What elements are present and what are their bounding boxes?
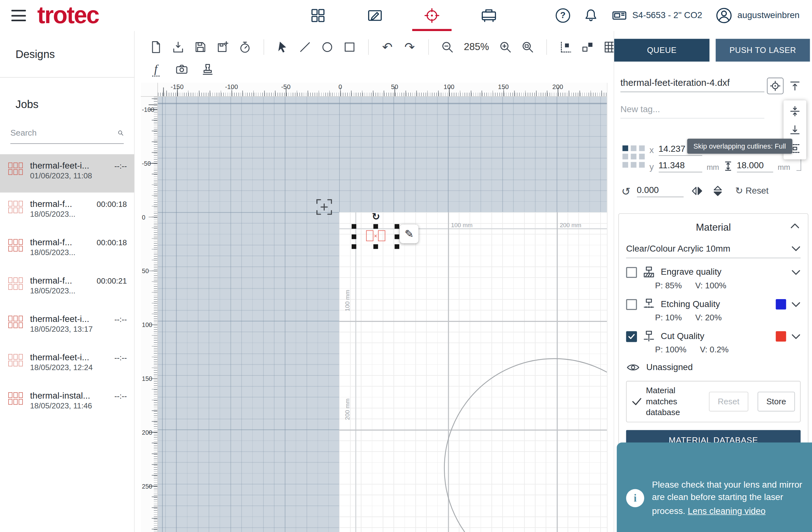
job-thumbnail-icon bbox=[8, 277, 24, 291]
canvas-toolbar-2: f bbox=[148, 60, 215, 78]
nav-dashboard[interactable] bbox=[304, 0, 331, 31]
resize-handle[interactable] bbox=[352, 244, 357, 249]
reset-transform-button[interactable]: ↻ Reset bbox=[735, 186, 769, 196]
position-marker-button[interactable] bbox=[767, 78, 783, 94]
work-plate[interactable]: 100 mm 200 mm 100 mm 200 mm bbox=[339, 212, 607, 532]
snap-grid-button[interactable] bbox=[558, 39, 573, 55]
anchor-cell[interactable] bbox=[639, 162, 644, 168]
select-tool-button[interactable] bbox=[275, 39, 290, 55]
edit-object-button[interactable]: ✎ bbox=[400, 225, 419, 243]
chevron-down-icon[interactable] bbox=[792, 301, 801, 307]
resize-handle[interactable] bbox=[374, 244, 378, 249]
job-row[interactable]: thermal-instal...--:--18/05/2023, 11:46 bbox=[0, 384, 134, 423]
redo-button[interactable]: ↷ bbox=[402, 39, 417, 55]
job-row[interactable]: thermal-feet-i...--:--18/05/2023, 12:24 bbox=[0, 346, 134, 384]
flip-vertical-button[interactable] bbox=[710, 184, 725, 198]
resize-handle[interactable] bbox=[395, 244, 400, 249]
resize-handle[interactable] bbox=[374, 224, 378, 229]
undo-button[interactable]: ↶ bbox=[379, 39, 395, 55]
engrave-checkbox[interactable] bbox=[626, 267, 637, 278]
push-to-laser-button[interactable]: PUSH TO LASER bbox=[715, 39, 810, 61]
search-input[interactable] bbox=[11, 128, 118, 137]
machine-status[interactable]: S4-5653 - 2'' CO2 bbox=[612, 8, 702, 23]
unit-label: mm bbox=[778, 163, 790, 172]
job-row[interactable]: thermal-f...00:00:1818/05/2023... bbox=[0, 193, 134, 231]
align-bottom-button[interactable] bbox=[787, 122, 803, 137]
selected-object[interactable]: × bbox=[354, 226, 397, 247]
grid-toggle-button[interactable] bbox=[603, 39, 614, 55]
anchor-cell[interactable] bbox=[630, 154, 636, 159]
search-icon[interactable] bbox=[118, 127, 124, 139]
zoom-level[interactable]: 285% bbox=[462, 42, 491, 53]
material-store-button[interactable]: Store bbox=[757, 392, 795, 412]
chevron-down-icon[interactable] bbox=[792, 334, 801, 339]
cut-checkbox[interactable] bbox=[626, 331, 637, 342]
nav-produce[interactable] bbox=[475, 0, 502, 31]
line-tool-button[interactable] bbox=[298, 39, 313, 55]
canvas-scrollbar[interactable] bbox=[607, 83, 613, 532]
y-input[interactable] bbox=[658, 160, 702, 172]
zoom-out-button[interactable] bbox=[440, 39, 455, 55]
lens-video-link[interactable]: Lens cleaning video bbox=[688, 505, 765, 518]
anchor-cell[interactable] bbox=[622, 154, 628, 159]
anchor-cell[interactable] bbox=[630, 162, 636, 168]
new-design-button[interactable] bbox=[148, 39, 164, 55]
rotate-handle[interactable]: ↻ bbox=[370, 211, 382, 222]
resize-handle[interactable] bbox=[352, 235, 357, 239]
zoom-selection-button[interactable] bbox=[520, 39, 536, 55]
etching-checkbox[interactable] bbox=[626, 299, 637, 310]
job-row[interactable]: thermal-feet-i...--:--18/05/2023, 13:17 bbox=[0, 307, 134, 346]
design-icon bbox=[367, 8, 383, 23]
camera-button[interactable] bbox=[174, 61, 190, 77]
circle-tool-button[interactable] bbox=[320, 39, 335, 55]
user-menu[interactable]: augustweinbren bbox=[715, 7, 800, 24]
sidebar-item-designs[interactable]: Designs bbox=[0, 31, 134, 78]
canvas-viewport[interactable]: 100 mm 200 mm 100 mm 200 mm ↻ bbox=[158, 97, 607, 532]
stamp-button[interactable] bbox=[200, 61, 215, 77]
save-as-button[interactable] bbox=[215, 39, 231, 55]
material-collapse-button[interactable] bbox=[790, 223, 799, 229]
timer-button[interactable] bbox=[237, 39, 253, 55]
design-circle[interactable] bbox=[339, 212, 607, 532]
anchor-cell[interactable] bbox=[639, 154, 644, 159]
snap-object-button[interactable] bbox=[580, 39, 595, 55]
anchor-cell[interactable] bbox=[639, 145, 644, 151]
save-button[interactable] bbox=[193, 39, 208, 55]
chevron-down-icon[interactable] bbox=[792, 269, 801, 275]
rotation-input[interactable] bbox=[637, 185, 683, 197]
align-menu-button[interactable] bbox=[787, 78, 803, 94]
sidebar-item-jobs[interactable]: Jobs bbox=[16, 98, 134, 110]
job-row[interactable]: thermal-f...00:00:2118/05/2023... bbox=[0, 269, 134, 307]
anchor-cell[interactable] bbox=[630, 145, 636, 151]
menu-button[interactable] bbox=[11, 9, 26, 22]
process-params: P: 100% V: 0.2% bbox=[655, 345, 801, 354]
nav-design[interactable] bbox=[361, 0, 388, 31]
filename-input[interactable] bbox=[621, 78, 765, 92]
queue-button[interactable]: QUEUE bbox=[614, 39, 710, 61]
anchor-cell[interactable] bbox=[622, 162, 628, 168]
nav-prepare[interactable] bbox=[419, 0, 446, 31]
flip-horizontal-button[interactable] bbox=[690, 184, 704, 198]
tag-input[interactable] bbox=[621, 105, 765, 118]
align-middle-button[interactable] bbox=[787, 104, 803, 119]
notifications-button[interactable] bbox=[584, 8, 598, 23]
eye-icon[interactable] bbox=[626, 360, 640, 374]
ruler-number: -50 bbox=[142, 160, 151, 167]
zoom-in-button[interactable] bbox=[498, 39, 513, 55]
selection-box[interactable]: × bbox=[354, 226, 397, 247]
color-swatch[interactable] bbox=[776, 299, 786, 310]
anchor-cell[interactable] bbox=[622, 145, 628, 151]
color-swatch[interactable] bbox=[776, 331, 786, 342]
variable-text-button[interactable]: f bbox=[148, 61, 164, 77]
size-input[interactable] bbox=[737, 160, 773, 172]
help-button[interactable]: ? bbox=[555, 8, 570, 23]
material-select[interactable]: Clear/Colour Acrylic 10mm bbox=[626, 239, 801, 258]
resize-handle[interactable] bbox=[395, 235, 400, 239]
material-reset-button[interactable]: Reset bbox=[709, 392, 748, 412]
rect-tool-button[interactable] bbox=[342, 39, 357, 55]
import-button[interactable] bbox=[170, 39, 186, 55]
resize-handle[interactable] bbox=[395, 224, 400, 229]
job-row[interactable]: thermal-feet-i...--:--01/06/2023, 11:08 bbox=[0, 154, 134, 193]
job-row[interactable]: thermal-f...00:00:1818/05/2023... bbox=[0, 231, 134, 269]
resize-handle[interactable] bbox=[352, 224, 357, 229]
